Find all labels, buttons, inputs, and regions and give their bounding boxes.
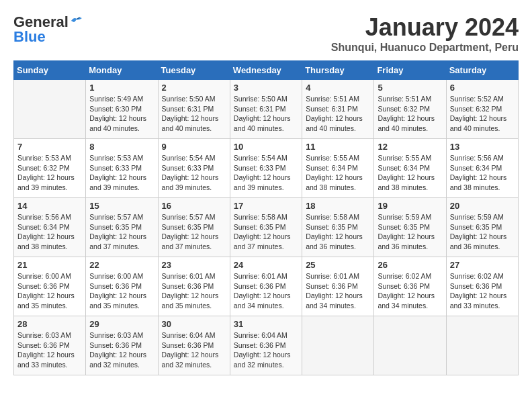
calendar-cell	[446, 316, 518, 375]
calendar-cell: 12Sunrise: 5:55 AMSunset: 6:34 PMDayligh…	[374, 139, 446, 198]
day-info: Sunrise: 6:01 AMSunset: 6:36 PMDaylight:…	[306, 271, 370, 311]
calendar-cell: 5Sunrise: 5:51 AMSunset: 6:32 PMDaylight…	[374, 80, 446, 139]
day-number: 24	[234, 260, 298, 270]
day-info: Sunrise: 5:53 AMSunset: 6:33 PMDaylight:…	[89, 153, 154, 193]
day-number: 1	[89, 83, 154, 93]
day-number: 13	[450, 142, 515, 152]
calendar-cell: 15Sunrise: 5:57 AMSunset: 6:35 PMDayligh…	[86, 198, 158, 257]
calendar-cell: 6Sunrise: 5:52 AMSunset: 6:32 PMDaylight…	[446, 80, 518, 139]
day-info: Sunrise: 5:54 AMSunset: 6:33 PMDaylight:…	[162, 153, 226, 193]
day-info: Sunrise: 6:04 AMSunset: 6:36 PMDaylight:…	[162, 330, 226, 370]
day-number: 17	[234, 201, 298, 211]
calendar-cell: 14Sunrise: 5:56 AMSunset: 6:34 PMDayligh…	[14, 198, 86, 257]
calendar-cell: 19Sunrise: 5:59 AMSunset: 6:35 PMDayligh…	[374, 198, 446, 257]
day-info: Sunrise: 6:02 AMSunset: 6:36 PMDaylight:…	[450, 271, 515, 311]
header-monday: Monday	[86, 61, 158, 80]
calendar-week-row: 28Sunrise: 6:03 AMSunset: 6:36 PMDayligh…	[14, 316, 519, 375]
day-info: Sunrise: 5:56 AMSunset: 6:34 PMDaylight:…	[450, 153, 515, 193]
day-number: 30	[162, 319, 226, 329]
calendar-cell: 2Sunrise: 5:50 AMSunset: 6:31 PMDaylight…	[158, 80, 230, 139]
calendar-cell: 10Sunrise: 5:54 AMSunset: 6:33 PMDayligh…	[230, 139, 302, 198]
day-number: 26	[378, 260, 442, 270]
day-number: 31	[234, 319, 298, 329]
calendar-cell: 13Sunrise: 5:56 AMSunset: 6:34 PMDayligh…	[446, 139, 518, 198]
logo: General Blue	[13, 13, 83, 46]
calendar-week-row: 14Sunrise: 5:56 AMSunset: 6:34 PMDayligh…	[14, 198, 519, 257]
day-info: Sunrise: 5:51 AMSunset: 6:31 PMDaylight:…	[306, 94, 370, 134]
logo-bird-icon	[70, 15, 83, 26]
calendar-cell: 31Sunrise: 6:04 AMSunset: 6:36 PMDayligh…	[230, 316, 302, 375]
calendar-cell: 25Sunrise: 6:01 AMSunset: 6:36 PMDayligh…	[302, 257, 374, 316]
calendar-week-row: 21Sunrise: 6:00 AMSunset: 6:36 PMDayligh…	[14, 257, 519, 316]
day-number: 28	[17, 319, 82, 329]
day-info: Sunrise: 5:55 AMSunset: 6:34 PMDaylight:…	[306, 153, 370, 193]
day-info: Sunrise: 5:52 AMSunset: 6:32 PMDaylight:…	[450, 94, 515, 134]
day-number: 9	[162, 142, 226, 152]
page-header: General Blue January 2024 Shunqui, Huanu…	[13, 13, 519, 54]
header-saturday: Saturday	[446, 61, 518, 80]
day-info: Sunrise: 5:57 AMSunset: 6:35 PMDaylight:…	[162, 212, 226, 252]
logo-blue-text: Blue	[13, 28, 46, 46]
calendar-cell: 24Sunrise: 6:01 AMSunset: 6:36 PMDayligh…	[230, 257, 302, 316]
calendar-week-row: 7Sunrise: 5:53 AMSunset: 6:32 PMDaylight…	[14, 139, 519, 198]
day-number: 19	[378, 201, 442, 211]
day-info: Sunrise: 6:00 AMSunset: 6:36 PMDaylight:…	[17, 271, 82, 311]
day-number: 14	[17, 201, 82, 211]
calendar-cell: 11Sunrise: 5:55 AMSunset: 6:34 PMDayligh…	[302, 139, 374, 198]
calendar-cell: 22Sunrise: 6:00 AMSunset: 6:36 PMDayligh…	[86, 257, 158, 316]
calendar-cell: 1Sunrise: 5:49 AMSunset: 6:30 PMDaylight…	[86, 80, 158, 139]
header-wednesday: Wednesday	[230, 61, 302, 80]
calendar-cell: 17Sunrise: 5:58 AMSunset: 6:35 PMDayligh…	[230, 198, 302, 257]
calendar-cell: 23Sunrise: 6:01 AMSunset: 6:36 PMDayligh…	[158, 257, 230, 316]
day-info: Sunrise: 5:57 AMSunset: 6:35 PMDaylight:…	[89, 212, 154, 252]
day-info: Sunrise: 6:04 AMSunset: 6:36 PMDaylight:…	[234, 330, 298, 370]
day-number: 20	[450, 201, 515, 211]
day-info: Sunrise: 5:50 AMSunset: 6:31 PMDaylight:…	[234, 94, 298, 134]
day-number: 23	[162, 260, 226, 270]
day-number: 25	[306, 260, 370, 270]
calendar-cell: 29Sunrise: 6:03 AMSunset: 6:36 PMDayligh…	[86, 316, 158, 375]
calendar-subtitle: Shunqui, Huanuco Department, Peru	[331, 42, 519, 54]
calendar-cell: 8Sunrise: 5:53 AMSunset: 6:33 PMDaylight…	[86, 139, 158, 198]
header-friday: Friday	[374, 61, 446, 80]
day-info: Sunrise: 5:58 AMSunset: 6:35 PMDaylight:…	[234, 212, 298, 252]
day-number: 18	[306, 201, 370, 211]
calendar-cell: 28Sunrise: 6:03 AMSunset: 6:36 PMDayligh…	[14, 316, 86, 375]
day-info: Sunrise: 5:59 AMSunset: 6:35 PMDaylight:…	[450, 212, 515, 252]
header-sunday: Sunday	[14, 61, 86, 80]
calendar-cell	[302, 316, 374, 375]
calendar-title: January 2024	[331, 13, 519, 42]
day-info: Sunrise: 6:03 AMSunset: 6:36 PMDaylight:…	[17, 330, 82, 370]
calendar-cell	[14, 80, 86, 139]
calendar-cell: 7Sunrise: 5:53 AMSunset: 6:32 PMDaylight…	[14, 139, 86, 198]
header-tuesday: Tuesday	[158, 61, 230, 80]
day-number: 15	[89, 201, 154, 211]
day-number: 3	[234, 83, 298, 93]
header-thursday: Thursday	[302, 61, 374, 80]
calendar-week-row: 1Sunrise: 5:49 AMSunset: 6:30 PMDaylight…	[14, 80, 519, 139]
calendar-cell: 30Sunrise: 6:04 AMSunset: 6:36 PMDayligh…	[158, 316, 230, 375]
day-info: Sunrise: 6:03 AMSunset: 6:36 PMDaylight:…	[89, 330, 154, 370]
calendar-cell: 27Sunrise: 6:02 AMSunset: 6:36 PMDayligh…	[446, 257, 518, 316]
calendar-cell: 26Sunrise: 6:02 AMSunset: 6:36 PMDayligh…	[374, 257, 446, 316]
day-info: Sunrise: 6:02 AMSunset: 6:36 PMDaylight:…	[378, 271, 442, 311]
day-info: Sunrise: 5:51 AMSunset: 6:32 PMDaylight:…	[378, 94, 442, 134]
calendar-cell	[374, 316, 446, 375]
day-info: Sunrise: 6:01 AMSunset: 6:36 PMDaylight:…	[162, 271, 226, 311]
calendar-cell: 3Sunrise: 5:50 AMSunset: 6:31 PMDaylight…	[230, 80, 302, 139]
day-info: Sunrise: 5:54 AMSunset: 6:33 PMDaylight:…	[234, 153, 298, 193]
day-number: 8	[89, 142, 154, 152]
day-number: 5	[378, 83, 442, 93]
day-info: Sunrise: 6:00 AMSunset: 6:36 PMDaylight:…	[89, 271, 154, 311]
calendar-cell: 18Sunrise: 5:58 AMSunset: 6:35 PMDayligh…	[302, 198, 374, 257]
day-info: Sunrise: 5:50 AMSunset: 6:31 PMDaylight:…	[162, 94, 226, 134]
day-number: 6	[450, 83, 515, 93]
day-number: 10	[234, 142, 298, 152]
day-number: 16	[162, 201, 226, 211]
title-section: January 2024 Shunqui, Huanuco Department…	[331, 13, 519, 54]
day-info: Sunrise: 6:01 AMSunset: 6:36 PMDaylight:…	[234, 271, 298, 311]
day-number: 27	[450, 260, 515, 270]
calendar-cell: 4Sunrise: 5:51 AMSunset: 6:31 PMDaylight…	[302, 80, 374, 139]
day-info: Sunrise: 5:58 AMSunset: 6:35 PMDaylight:…	[306, 212, 370, 252]
calendar-cell: 21Sunrise: 6:00 AMSunset: 6:36 PMDayligh…	[14, 257, 86, 316]
